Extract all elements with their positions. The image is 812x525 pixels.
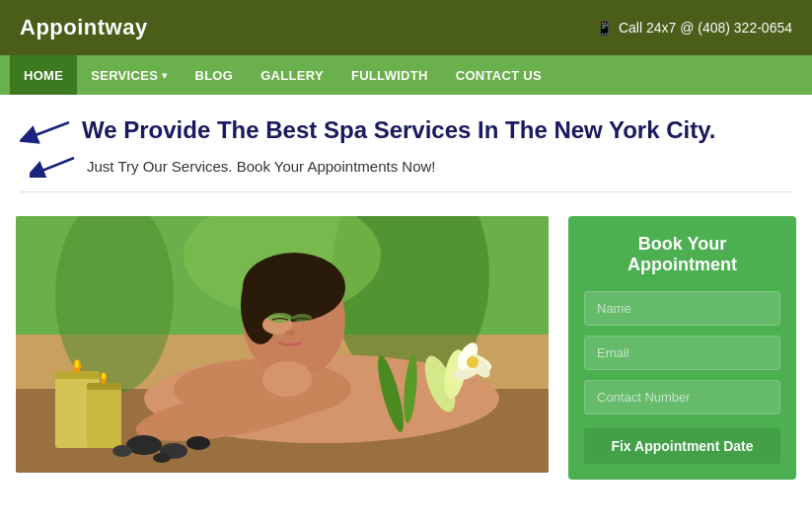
svg-line-1	[28, 122, 69, 138]
phone-info: 📱 Call 24x7 @ (408) 322-0654	[596, 20, 792, 36]
hero-subtitle-text: Just Try Our Services. Book Your Appoint…	[87, 158, 436, 175]
svg-point-21	[285, 330, 295, 336]
nav-item-blog[interactable]: BLOG	[181, 55, 247, 95]
svg-point-42	[112, 445, 132, 457]
hero-title-text: We Provide The Best Spa Services In The …	[82, 116, 715, 144]
spa-scene-svg	[16, 216, 549, 473]
email-input[interactable]	[584, 336, 780, 370]
nav-item-fullwidth[interactable]: FULLWIDTH	[337, 55, 442, 95]
phone-icon: 📱	[596, 20, 613, 36]
nav-item-gallery[interactable]: GALLERY	[247, 55, 337, 95]
booking-form: Book Your Appointment Fix Appointment Da…	[568, 216, 796, 480]
nav-item-services[interactable]: SERVICES ▾	[77, 55, 181, 95]
chevron-down-icon: ▾	[162, 70, 167, 81]
svg-point-30	[467, 356, 479, 368]
name-input[interactable]	[584, 291, 780, 326]
svg-rect-36	[87, 383, 121, 390]
main-nav: HOME SERVICES ▾ BLOG GALLERY FULLWIDTH C…	[0, 55, 812, 95]
contact-input[interactable]	[584, 380, 780, 414]
svg-point-34	[75, 360, 79, 368]
svg-point-23	[262, 361, 312, 397]
main-content: Book Your Appointment Fix Appointment Da…	[0, 200, 812, 495]
hero-title-container: We Provide The Best Spa Services In The …	[20, 116, 792, 144]
svg-line-3	[35, 158, 74, 174]
nav-item-home[interactable]: HOME	[10, 55, 77, 95]
fix-appointment-button[interactable]: Fix Appointment Date	[584, 428, 780, 464]
svg-point-41	[186, 436, 210, 450]
spa-image	[16, 216, 549, 473]
svg-point-43	[153, 453, 171, 463]
booking-title: Book Your Appointment	[584, 234, 780, 275]
phone-number: Call 24x7 @ (408) 322-0654	[619, 20, 792, 36]
svg-rect-35	[87, 386, 121, 448]
arrow-left-icon	[20, 116, 74, 144]
svg-point-38	[102, 373, 106, 379]
site-header: Appointway 📱 Call 24x7 @ (408) 322-0654	[0, 0, 812, 55]
arrow-right-icon	[30, 154, 79, 178]
nav-item-contact[interactable]: CONTACT US	[442, 55, 555, 95]
hero-divider	[20, 191, 792, 192]
site-logo: Appointway	[20, 15, 148, 40]
hero-subtitle-container: Just Try Our Services. Book Your Appoint…	[30, 154, 792, 178]
hero-section: We Provide The Best Spa Services In The …	[0, 95, 812, 200]
